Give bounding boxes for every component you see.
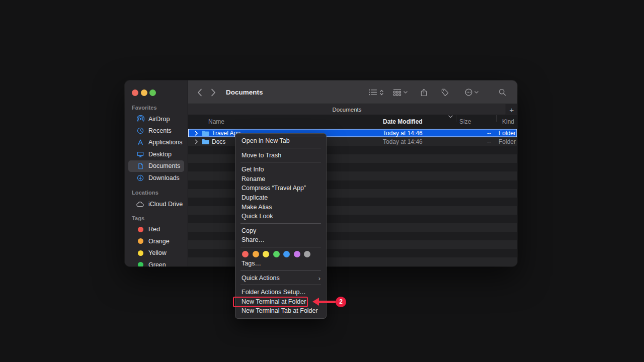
minimize-window-button[interactable] [141, 89, 147, 96]
toolbar: Documents [188, 80, 517, 104]
traffic-lights [132, 89, 156, 96]
sidebar-item-label: iCloud Drive [148, 201, 183, 208]
tags-section-header: Tags [125, 213, 188, 224]
file-kind: Folder [499, 137, 516, 146]
sidebar-tag-orange[interactable]: Orange [128, 235, 184, 247]
menu-item-open-in-new-tab[interactable]: Open in New Tab [235, 136, 326, 146]
menu-item-tags[interactable]: Tags… [235, 259, 326, 268]
green-tag-dot[interactable] [273, 251, 280, 257]
zoom-window-button[interactable] [149, 89, 156, 96]
desktop-background: Favorites AirDrop Recents [0, 0, 644, 362]
back-button[interactable] [197, 88, 202, 97]
airdrop-icon [136, 115, 144, 123]
tab-documents[interactable]: Documents [188, 104, 506, 115]
menu-item-make-alias[interactable]: Make Alias [235, 202, 326, 212]
tab-bar: Documents + [188, 104, 517, 115]
document-icon [136, 163, 144, 169]
cloud-icon [136, 202, 144, 207]
yellow-tag-dot[interactable] [263, 251, 269, 257]
disclosure-chevron-icon[interactable] [195, 129, 198, 137]
view-mode-button[interactable] [369, 89, 384, 96]
green-tag-icon [136, 262, 144, 266]
menu-item-compress[interactable]: Compress “Travel App” [235, 184, 326, 193]
disclosure-chevron-icon[interactable] [195, 137, 198, 146]
menu-item-rename[interactable]: Rename [235, 174, 326, 184]
sidebar-item-desktop[interactable]: Desktop [128, 148, 184, 160]
file-size: -- [450, 129, 491, 137]
group-by-button[interactable] [393, 89, 408, 96]
highlight-rectangle [233, 297, 308, 307]
file-date-modified: Today at 14:46 [383, 129, 423, 137]
sidebar-item-label: Red [148, 226, 160, 233]
submenu-chevron-icon: › [318, 275, 320, 282]
red-arrow-shaft [318, 301, 336, 303]
search-button[interactable] [499, 88, 506, 96]
share-button[interactable] [421, 88, 427, 97]
gray-tag-dot[interactable] [304, 251, 310, 257]
sidebar-item-airdrop[interactable]: AirDrop [128, 113, 184, 125]
menu-item-copy[interactable]: Copy [235, 226, 326, 235]
sidebar-tag-red[interactable]: Red [128, 224, 184, 235]
sidebar-item-label: Downloads [148, 174, 180, 182]
tag-button[interactable] [441, 88, 449, 96]
sidebar-item-applications[interactable]: Applications [128, 137, 184, 148]
list-view-icon [369, 89, 377, 96]
menu-item-folder-actions-setup[interactable]: Folder Actions Setup… [235, 288, 326, 297]
favorites-section-header: Favorites [125, 103, 188, 113]
menu-item-move-to-trash[interactable]: Move to Trash [235, 150, 326, 160]
sidebar-item-label: Orange [148, 238, 170, 245]
file-size: -- [450, 137, 491, 146]
sidebar: Favorites AirDrop Recents [125, 80, 188, 266]
forward-button[interactable] [211, 88, 216, 97]
file-date-modified: Today at 14:46 [383, 137, 423, 146]
menu-item-share[interactable]: Share… [235, 235, 326, 245]
folder-icon [202, 137, 209, 146]
menu-separator [240, 148, 321, 148]
chevron-down-icon [474, 91, 478, 94]
folder-icon [202, 129, 209, 137]
sidebar-item-label: AirDrop [148, 116, 170, 123]
column-divider[interactable] [456, 115, 456, 122]
new-tab-button[interactable]: + [506, 104, 517, 115]
menu-separator [240, 223, 321, 224]
sidebar-list: Favorites AirDrop Recents [125, 103, 188, 266]
menu-item-duplicate[interactable]: Duplicate [235, 193, 326, 203]
share-icon [421, 88, 427, 97]
sidebar-item-label: Documents [148, 162, 180, 169]
menu-separator [240, 247, 321, 247]
red-tag-dot[interactable] [242, 251, 249, 257]
column-header-date-modified[interactable]: Date Modified [383, 115, 423, 128]
menu-tag-color-row [235, 249, 326, 259]
menu-item-get-info[interactable]: Get Info [235, 165, 326, 174]
desktop-icon [136, 151, 144, 158]
clock-icon [136, 127, 144, 134]
sidebar-item-label: Applications [148, 139, 182, 146]
sidebar-item-label: Yellow [148, 249, 167, 256]
column-divider[interactable] [496, 115, 497, 122]
column-header-name[interactable]: Name [208, 115, 224, 128]
sidebar-item-downloads[interactable]: Downloads [128, 172, 184, 184]
sidebar-item-icloud-drive[interactable]: iCloud Drive [128, 198, 184, 210]
close-window-button[interactable] [132, 89, 138, 96]
chevron-down-icon [404, 91, 408, 94]
sidebar-item-recents[interactable]: Recents [128, 125, 184, 136]
blue-tag-dot[interactable] [283, 251, 290, 257]
menu-item-quick-actions[interactable]: Quick Actions › [235, 273, 326, 283]
step-number-badge: 2 [336, 297, 346, 307]
menu-item-quick-look[interactable]: Quick Look [235, 212, 326, 221]
more-actions-button[interactable] [465, 88, 478, 96]
sidebar-tag-yellow[interactable]: Yellow [128, 247, 184, 259]
column-header-kind[interactable]: Kind [502, 115, 514, 128]
purple-tag-dot[interactable] [294, 251, 300, 257]
sidebar-item-documents[interactable]: Documents [128, 160, 184, 172]
window-title: Documents [226, 80, 263, 104]
file-name: Docs [212, 137, 225, 146]
orange-tag-dot[interactable] [253, 251, 259, 257]
menu-item-new-terminal-tab-at-folder[interactable]: New Terminal Tab at Folder [235, 306, 326, 316]
column-header-size[interactable]: Size [459, 115, 471, 128]
sort-chevron-icon [448, 115, 453, 118]
sidebar-tag-green[interactable]: Green [128, 259, 184, 266]
locations-section-header: Locations [125, 188, 188, 198]
yellow-tag-icon [136, 250, 144, 256]
context-menu: Open in New Tab Move to Trash Get Info R… [235, 133, 327, 319]
